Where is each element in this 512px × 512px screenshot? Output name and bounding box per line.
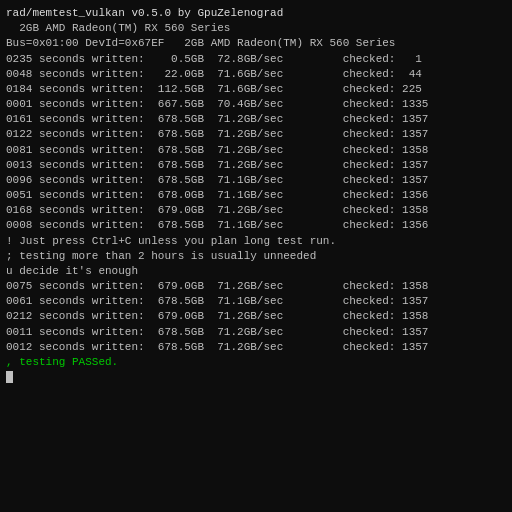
terminal-line: 0051 seconds written: 678.0GB 71.1GB/sec…: [6, 188, 506, 203]
terminal-line: , testing PASSed.: [6, 355, 506, 370]
terminal-line: 0168 seconds written: 679.0GB 71.2GB/sec…: [6, 203, 506, 218]
terminal-line: 0096 seconds written: 678.5GB 71.1GB/sec…: [6, 173, 506, 188]
terminal-line: 0081 seconds written: 678.5GB 71.2GB/sec…: [6, 143, 506, 158]
terminal-line: 0161 seconds written: 678.5GB 71.2GB/sec…: [6, 112, 506, 127]
terminal-line: 0012 seconds written: 678.5GB 71.2GB/sec…: [6, 340, 506, 355]
terminal-line: 0212 seconds written: 679.0GB 71.2GB/sec…: [6, 309, 506, 324]
terminal-line: u decide it's enough: [6, 264, 506, 279]
terminal-line: 0122 seconds written: 678.5GB 71.2GB/sec…: [6, 127, 506, 142]
terminal-line: 0075 seconds written: 679.0GB 71.2GB/sec…: [6, 279, 506, 294]
terminal-window: rad/memtest_vulkan v0.5.0 by GpuZelenogr…: [0, 0, 512, 512]
terminal-line: 0001 seconds written: 667.5GB 70.4GB/sec…: [6, 97, 506, 112]
terminal-line: rad/memtest_vulkan v0.5.0 by GpuZelenogr…: [6, 6, 506, 21]
terminal-line: 0235 seconds written: 0.5GB 72.8GB/sec c…: [6, 52, 506, 67]
terminal-line: Bus=0x01:00 DevId=0x67EF 2GB AMD Radeon(…: [6, 36, 506, 51]
terminal-line: 0008 seconds written: 678.5GB 71.1GB/sec…: [6, 218, 506, 233]
terminal-line: 0011 seconds written: 678.5GB 71.2GB/sec…: [6, 325, 506, 340]
terminal-line: 2GB AMD Radeon(TM) RX 560 Series: [6, 21, 506, 36]
terminal-line: 0184 seconds written: 112.5GB 71.6GB/sec…: [6, 82, 506, 97]
terminal-line: ; testing more than 2 hours is usually u…: [6, 249, 506, 264]
terminal-line: 0013 seconds written: 678.5GB 71.2GB/sec…: [6, 158, 506, 173]
terminal-line: ! Just press Ctrl+C unless you plan long…: [6, 234, 506, 249]
terminal-line: 0061 seconds written: 678.5GB 71.1GB/sec…: [6, 294, 506, 309]
terminal-line: 0048 seconds written: 22.0GB 71.6GB/sec …: [6, 67, 506, 82]
